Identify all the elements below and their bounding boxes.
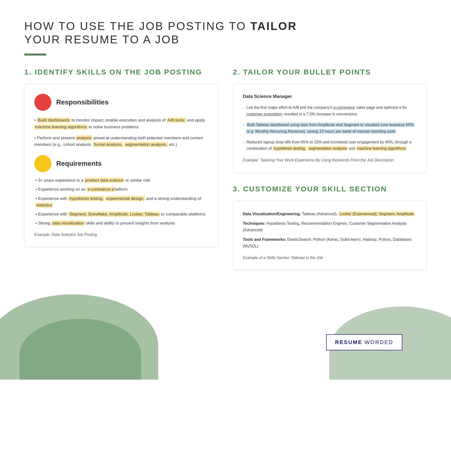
section3-heading: 3. CUSTOMIZE YOUR SKILL SECTION [233, 185, 427, 193]
requirements-title: Requirements [56, 160, 102, 168]
highlight-hypothesis: hypothesis testing, [68, 196, 104, 201]
skill-label-3: Tools and Frameworks: [243, 237, 286, 242]
responsibilities-header: Responsibilities [34, 94, 208, 111]
section2-heading: 2. TAILOR YOUR BULLET POINTS [233, 68, 427, 76]
highlight-looker: Looker (Experienced), Segment, Amplitude [339, 212, 414, 216]
two-col-layout: 1. IDENTIFY SKILLS ON THE JOB POSTING Re… [24, 68, 427, 270]
title-line2: YOUR RESUME TO A JOB [24, 33, 180, 46]
highlight-ml-algorithms: machine learning algorithms [34, 124, 88, 130]
highlight-ecommerce: e-commerce p [87, 187, 115, 192]
skill-line-3: Tools and Frameworks: ElasticSearch, Pyt… [243, 236, 417, 249]
bg-decoration [0, 277, 451, 380]
highlight-bullet2: Built Tableau dashboard using data from … [247, 122, 414, 133]
section1-heading: 1. IDENTIFY SKILLS ON THE JOB POSTING [24, 68, 218, 76]
highlight-hypothesis-r: hypothesis testing, [273, 146, 307, 151]
highlight-seg-analysis: segmentation analysis [308, 146, 348, 151]
bullet-item-2: Built Tableau dashboard using data from … [243, 122, 417, 135]
bullet-item-1: Led the first major effort to A/B test t… [243, 104, 417, 117]
bullet-points-card: Data Science Manager Led the first major… [233, 84, 427, 172]
skill-line-1: Data Visualization/Engineering: Tableau … [243, 211, 417, 217]
left-column: 1. IDENTIFY SKILLS ON THE JOB POSTING Re… [24, 68, 218, 247]
highlight-dataviz: data visualization [52, 221, 85, 226]
section1-example: Example: Data Scientist Job Posting [34, 233, 208, 237]
highlight-experimental: experimental design, [105, 196, 145, 201]
req-item-3: • Experience with hypothesis testing, ex… [34, 195, 208, 208]
skill-label-1: Data Visualization/Engineering: [243, 212, 301, 216]
skill-section-card: Data Visualization/Engineering: Tableau … [233, 201, 427, 270]
brand-resume: RESUME [335, 339, 362, 345]
section3-example: Example of a Skills Section Tailored to … [243, 256, 417, 260]
red-circle-icon [34, 94, 51, 111]
job-posting-card: Responsibilities • Build dashboards to m… [24, 84, 218, 247]
highlight-customer-acq: customer acquisition [247, 112, 282, 116]
right-column: 2. TAILOR YOUR BULLET POINTS Data Scienc… [233, 68, 427, 270]
highlight-ecommerce-right: e-commerce [333, 105, 355, 110]
highlight-product-ds: product data science [84, 178, 124, 183]
yellow-circle-icon [34, 155, 51, 172]
title-bold: TAILOR [250, 20, 297, 32]
resp-para2: • Perform and present analysis aimed at … [34, 135, 208, 148]
job-title-ds-manager: Data Science Manager [243, 94, 417, 99]
highlight-statistics: statistics [36, 203, 53, 208]
brand-badge-text: RESUME WORDED [335, 339, 393, 345]
skill-label-2: Techniques: [243, 221, 266, 225]
section2-example: Example: Tailoring Your Work Experience … [243, 158, 417, 162]
highlight-segmentation: segmentation analysis, [124, 142, 168, 147]
main-container: HOW TO USE THE JOB POSTING TO TAILOR YOU… [0, 0, 451, 270]
responsibilities-title: Responsibilities [56, 98, 109, 106]
page-title: HOW TO USE THE JOB POSTING TO TAILOR YOU… [24, 19, 427, 46]
highlight-funnel: funnel analysis, [93, 142, 123, 147]
highlight-analysis: analysis [76, 135, 92, 140]
highlight-ml-r: machine learning algorithms [356, 146, 406, 151]
req-item-4: • Experience with Segment, Snowflake, Am… [34, 211, 208, 217]
brand-worded: WORDED [365, 339, 393, 345]
resume-worded-badge: RESUME WORDED [326, 334, 402, 350]
req-item-2: • Experience working on an e-commerce pl… [34, 186, 208, 193]
req-item-1: • 3+ years experience in a product data … [34, 177, 208, 184]
highlight-ab-tests: A/B tests; [167, 118, 186, 123]
highlight-platforms: Segment, Snowflake, Amplitude, Looker, T… [68, 212, 160, 217]
skill-line-2: Techniques: Hypothesis Testing, Recommen… [243, 220, 417, 233]
title-normal: HOW TO USE THE JOB POSTING TO [24, 20, 250, 32]
resp-para1: • Build dashboards to monitor impact, en… [34, 117, 208, 130]
bottom-section: RESUME WORDED [0, 277, 451, 380]
req-item-5: • Strong data visualization skills and a… [34, 220, 208, 226]
title-underline [24, 54, 46, 56]
highlight-build-dashboards: Build dashboards [37, 118, 70, 123]
bullet-item-3: Reduced signup drop-offs from 65% to 15%… [243, 139, 417, 152]
requirements-header: Requirements [34, 155, 208, 172]
